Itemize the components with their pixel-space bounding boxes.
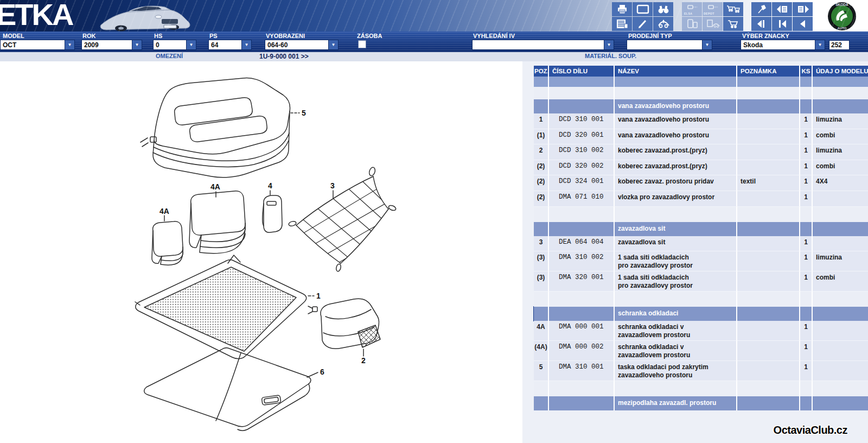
table-row[interactable] bbox=[534, 207, 868, 222]
callout-4a[interactable]: 4A bbox=[210, 182, 220, 191]
part-3-net[interactable] bbox=[279, 167, 410, 292]
cell-cislo[interactable]: DCD 320 001 bbox=[549, 129, 615, 145]
table-row[interactable]: (3) DMA 320 001 1 sada siti odkladacich … bbox=[534, 271, 868, 292]
vyhledani-select[interactable]: ▼ bbox=[472, 40, 614, 50]
cell-poz[interactable] bbox=[534, 77, 549, 87]
cell-cislo[interactable] bbox=[549, 77, 615, 87]
parts-list-icon[interactable] bbox=[612, 17, 632, 31]
chevron-down-icon[interactable]: ▼ bbox=[241, 40, 251, 49]
cell-cislo[interactable]: DMA 000 001 bbox=[549, 321, 615, 341]
part-4a-tray-large[interactable] bbox=[189, 191, 245, 254]
car-measure-icon[interactable] bbox=[653, 17, 673, 31]
cell-nazev[interactable]: vlozka pro zavazadlovy prostor bbox=[615, 191, 737, 207]
chevron-down-icon[interactable]: ▼ bbox=[702, 40, 712, 49]
cell-poz[interactable] bbox=[534, 99, 549, 113]
cell-cislo[interactable] bbox=[549, 99, 615, 113]
rok-select[interactable]: 2009 ▼ bbox=[81, 40, 142, 50]
part-reference-link[interactable]: 1U-9-000 001 >> bbox=[259, 53, 309, 60]
cell-nazev[interactable]: taska odkladaci pod zakrytim zavazadlove… bbox=[615, 361, 737, 381]
column-header-poz[interactable]: POZ. bbox=[534, 66, 549, 77]
callout-6[interactable]: 6 bbox=[320, 368, 324, 376]
cell-nazev[interactable]: koberec zavazad.prost.(pryz) bbox=[615, 160, 737, 176]
cell-poz[interactable]: (2) bbox=[534, 191, 549, 207]
cell-nazev[interactable]: vana zavazadloveho prostoru bbox=[615, 113, 737, 129]
cell-cislo[interactable]: DMA 310 002 bbox=[549, 251, 615, 271]
pda-icon[interactable] bbox=[682, 17, 702, 31]
cell-poz[interactable] bbox=[534, 207, 549, 222]
cell-nazev[interactable]: zavazadlova sit bbox=[615, 236, 737, 252]
print-icon[interactable] bbox=[612, 2, 632, 16]
callout-2[interactable]: 2 bbox=[361, 356, 366, 365]
cell-cislo[interactable]: DMA 071 010 bbox=[549, 191, 615, 207]
callout-3[interactable]: 3 bbox=[330, 181, 335, 190]
cart-icon[interactable] bbox=[723, 17, 743, 31]
docs-car-icon[interactable] bbox=[703, 17, 723, 31]
cell-nazev[interactable]: zavazadlova sit bbox=[615, 222, 737, 236]
cell-poz[interactable] bbox=[534, 307, 549, 321]
cell-poz[interactable]: (2) bbox=[534, 160, 549, 176]
pushpin-icon[interactable] bbox=[751, 2, 771, 16]
part-5-shelf[interactable] bbox=[141, 78, 290, 178]
table-row[interactable]: (2) DMA 071 010 vlozka pro zavazadlovy p… bbox=[534, 191, 868, 207]
exit-icon[interactable] bbox=[751, 17, 771, 31]
cell-poz[interactable]: 4A bbox=[534, 321, 549, 341]
chevron-down-icon[interactable]: ▼ bbox=[815, 40, 825, 49]
cell-cislo[interactable] bbox=[549, 396, 615, 410]
cell-poz[interactable]: 3 bbox=[534, 236, 549, 252]
table-row[interactable]: 2 DCD 310 002 koberec zavazad.prost.(pry… bbox=[534, 144, 868, 160]
cell-poz[interactable]: (3) bbox=[534, 251, 549, 271]
column-header-nazev[interactable]: NÁZEV bbox=[615, 66, 737, 77]
pencil-icon[interactable] bbox=[633, 17, 653, 31]
omezeni-link[interactable]: OMEZENÍ bbox=[156, 53, 183, 59]
cell-cislo[interactable]: DMA 320 001 bbox=[549, 271, 615, 292]
cell-poz[interactable]: 2 bbox=[534, 144, 549, 160]
table-row[interactable] bbox=[534, 292, 868, 307]
table-row[interactable]: (2) DCD 320 002 koberec zavazad.prost.(p… bbox=[534, 160, 868, 176]
prodejni-typ-select[interactable]: ▼ bbox=[627, 40, 712, 50]
vyobrazeni-select[interactable]: 064-60 ▼ bbox=[265, 40, 339, 50]
table-row[interactable]: 3 DEA 064 004 zavazadlova sit 1 bbox=[534, 236, 868, 252]
column-header-ks[interactable]: KS bbox=[800, 66, 813, 77]
cell-cislo[interactable]: DEA 064 004 bbox=[549, 236, 615, 252]
table-row[interactable] bbox=[534, 381, 868, 396]
cell-nazev[interactable]: 1 sada siti odkladacich pro zavazadlovy … bbox=[615, 251, 737, 271]
cell-poz[interactable]: (4A) bbox=[534, 341, 549, 361]
part-6-floor-panel[interactable] bbox=[144, 348, 311, 431]
back-icon[interactable] bbox=[793, 17, 813, 31]
cell-cislo[interactable] bbox=[549, 307, 615, 321]
callout-1[interactable]: 1 bbox=[316, 292, 321, 300]
chevron-down-icon[interactable]: ▼ bbox=[604, 40, 614, 49]
cell-nazev[interactable]: koberec zavaz. prostoru pridav bbox=[615, 175, 737, 191]
cell-nazev[interactable]: vana zavazadloveho prostoru bbox=[615, 99, 737, 113]
part-4a-tray-small[interactable] bbox=[152, 221, 183, 265]
chevron-down-icon[interactable]: ▼ bbox=[65, 40, 74, 49]
table-row[interactable]: zavazadlova sit bbox=[534, 222, 868, 236]
table-row[interactable]: schranka odkladaci bbox=[534, 307, 868, 321]
table-row[interactable] bbox=[534, 77, 868, 87]
column-header-poznamka[interactable]: POZNÁMKA bbox=[737, 66, 800, 77]
callout-5[interactable]: 5 bbox=[302, 109, 306, 117]
vyber-znacky-select[interactable]: Skoda ▼ bbox=[741, 40, 825, 50]
part-1-mat[interactable] bbox=[135, 255, 307, 359]
cell-nazev[interactable]: mezipodlaha zavazadl. prostoru bbox=[615, 396, 737, 410]
cell-nazev[interactable] bbox=[615, 381, 737, 396]
cell-cislo[interactable]: DCD 320 002 bbox=[549, 160, 615, 176]
cell-cislo[interactable] bbox=[549, 87, 615, 99]
cell-nazev[interactable]: 1 sada siti odkladacich pro zavazadlovy … bbox=[615, 271, 737, 292]
ps-select[interactable]: 64 ▼ bbox=[208, 40, 252, 50]
cell-cislo[interactable] bbox=[549, 222, 615, 236]
part-4-pouch[interactable] bbox=[263, 195, 282, 232]
cell-cislo[interactable] bbox=[549, 292, 615, 307]
elsa-icon[interactable]: ELSA bbox=[682, 2, 702, 16]
column-header-cislo[interactable]: ČÍSLO DÍLU bbox=[549, 66, 615, 77]
next-doc-icon[interactable] bbox=[793, 2, 813, 16]
column-header-udaj[interactable]: ÚDAJ O MODELU bbox=[813, 66, 868, 77]
prev-doc-icon[interactable] bbox=[772, 2, 792, 16]
table-row[interactable]: 4A DMA 000 001 schranka odkladaci v zava… bbox=[534, 321, 868, 341]
cell-poz[interactable] bbox=[534, 381, 549, 396]
cell-poz[interactable] bbox=[534, 222, 549, 236]
first-page-icon[interactable] bbox=[772, 17, 792, 31]
chevron-down-icon[interactable]: ▼ bbox=[186, 40, 196, 49]
cell-cislo[interactable] bbox=[549, 207, 615, 222]
cell-poz[interactable]: (1) bbox=[534, 129, 549, 145]
